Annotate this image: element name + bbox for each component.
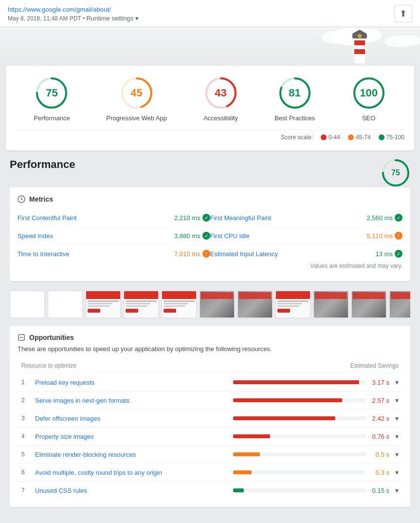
scale-item-orange: 45-74: [348, 134, 371, 141]
chevron-down-icon[interactable]: ▾: [395, 378, 399, 386]
scale-dot-red: [321, 134, 327, 140]
score-value-accessibility: 43: [215, 87, 226, 99]
opp-rows: 1 Preload key requests 3.17 s ▾ 2 Serve …: [18, 373, 402, 499]
chevron-down-icon[interactable]: ▾: [395, 414, 399, 422]
chevron-down-icon[interactable]: ▾: [395, 450, 399, 458]
opp-savings: 2.42 s ▾: [233, 414, 399, 422]
hero-illustration: [0, 27, 420, 66]
scale-dot-green: [379, 134, 384, 140]
filmstrip: [10, 289, 410, 322]
svg-point-9: [358, 34, 362, 38]
header-timestamp: May 8, 2018, 11:48 AM PDT: [8, 15, 81, 22]
chevron-down-icon[interactable]: ▾: [395, 432, 399, 440]
opp-savings: 3.17 s ▾: [233, 378, 399, 386]
opp-row-4: 4 Properly size images 0.76 s ▾: [18, 427, 402, 445]
opp-time: 0.5 s: [370, 451, 389, 458]
metric-value: 2,210 ms ✓: [174, 214, 210, 222]
opp-num: 1: [21, 379, 35, 386]
header-left: https://www.google.com/gmail/about/ May …: [8, 5, 139, 22]
score-circle-pwa: 45: [119, 75, 154, 111]
opp-time: 3.17 s: [370, 379, 389, 386]
opp-bar-wrap: [233, 452, 366, 456]
opp-savings: 2.57 s ▾: [233, 396, 399, 404]
opp-bar-wrap: [233, 434, 366, 438]
opp-name: Preload key requests: [35, 379, 233, 386]
opp-col-resource: Resource to optimize: [21, 362, 233, 369]
runtime-settings-link[interactable]: Runtime settings ▾: [86, 15, 138, 22]
metrics-grid: First Contentful Paint 2,210 ms ✓ Speed …: [18, 209, 402, 262]
perf-score-mini-value: 75: [391, 168, 400, 177]
metric-value: 7,010 ms !: [174, 250, 210, 258]
page-header: https://www.google.com/gmail/about/ May …: [0, 0, 420, 27]
opp-name: Properly size images: [35, 433, 233, 440]
share-button[interactable]: ⬆: [394, 5, 412, 22]
opp-time: 0.15 s: [370, 487, 389, 494]
score-item-pwa[interactable]: 45 Progressive Web App: [106, 75, 167, 122]
opp-bar: [233, 434, 270, 438]
metric-row-1: First Meaningful Paint 2,560 ms ✓: [210, 209, 403, 227]
opp-row-1: 1 Preload key requests 3.17 s ▾: [18, 373, 402, 391]
chevron-down-icon[interactable]: ▾: [395, 396, 399, 404]
opp-row-5: 5 Eliminate render-blocking resources 0.…: [18, 445, 402, 463]
metric-status-icon: ✓: [395, 250, 402, 258]
metrics-col-left: First Contentful Paint 2,210 ms ✓ Speed …: [18, 209, 210, 262]
opp-row-6: 6 Avoid multiple, costly round trips to …: [18, 463, 402, 481]
score-scale-label: Score scale:: [281, 134, 313, 141]
filmstrip-frame-3: [124, 291, 159, 318]
score-value-seo: 100: [360, 87, 378, 99]
opp-time: 0.3 s: [370, 469, 389, 476]
hero-scene: [0, 27, 420, 66]
score-circle-accessibility: 43: [203, 75, 238, 111]
score-scale: Score scale: 0-44 45-74 75-100: [16, 130, 404, 141]
opp-bar: [233, 398, 342, 402]
opp-name: Defer offscreen images: [35, 415, 233, 422]
metric-name: First CPU Idle: [210, 232, 250, 240]
performance-header: Performance 75: [10, 158, 410, 187]
opp-bar: [233, 488, 244, 492]
opp-savings: 0.76 s ▾: [233, 432, 399, 440]
metrics-section: Metrics First Contentful Paint 2,210 ms …: [10, 187, 410, 281]
opp-time: 0.76 s: [370, 433, 389, 440]
metrics-header: Metrics: [18, 195, 402, 203]
opp-num: 3: [21, 415, 35, 422]
svg-point-2: [321, 31, 350, 44]
opportunities-header: Opportunities: [18, 334, 402, 341]
metric-row-0: First Contentful Paint 2,210 ms ✓: [18, 209, 210, 227]
metric-status-icon: ✓: [202, 232, 210, 240]
performance-title: Performance: [10, 158, 75, 171]
filmstrip-frame-6: [237, 291, 273, 318]
metric-name: Time to Interactive: [18, 250, 69, 258]
opportunities-title: Opportunities: [29, 334, 74, 341]
score-item-seo[interactable]: 100 SEO: [351, 75, 386, 122]
svg-rect-7: [354, 49, 365, 54]
opportunities-icon: [18, 334, 25, 341]
score-item-performance[interactable]: 75 Performance: [34, 75, 70, 122]
opp-bar-wrap: [233, 416, 366, 420]
metric-status-icon: !: [202, 250, 210, 258]
chevron-down-icon[interactable]: ▾: [395, 486, 399, 494]
score-label-pwa: Progressive Web App: [106, 114, 167, 122]
opp-bar-wrap: [233, 398, 366, 402]
score-value-best_practices: 81: [289, 87, 300, 99]
metric-status-icon: ✓: [395, 214, 402, 222]
opp-bar: [233, 416, 335, 420]
score-item-accessibility[interactable]: 43 Accessibility: [203, 75, 238, 122]
score-label-best_practices: Best Practices: [274, 114, 315, 122]
opportunities-section: Opportunities These are opportunities to…: [10, 326, 410, 507]
score-value-performance: 75: [46, 87, 57, 99]
opp-num: 7: [21, 487, 35, 494]
page-url[interactable]: https://www.google.com/gmail/about/: [8, 6, 111, 13]
filmstrip-frame-5: [200, 291, 235, 318]
score-circle-seo: 100: [351, 75, 386, 111]
metric-value: 3,880 ms ✓: [174, 232, 210, 240]
chevron-down-icon[interactable]: ▾: [395, 468, 399, 476]
metric-row-2: Speed Index 3,880 ms ✓: [18, 227, 210, 245]
opp-num: 5: [21, 451, 35, 458]
header-meta: May 8, 2018, 11:48 AM PDT • Runtime sett…: [8, 15, 139, 22]
score-item-best_practices[interactable]: 81 Best Practices: [274, 75, 315, 122]
opp-num: 4: [21, 433, 35, 440]
score-circle-best_practices: 81: [277, 75, 312, 111]
scale-label-red: 0-44: [329, 134, 340, 141]
opp-bar-wrap: [233, 380, 366, 384]
opportunities-description: These are opportunities to speed up your…: [18, 345, 402, 353]
